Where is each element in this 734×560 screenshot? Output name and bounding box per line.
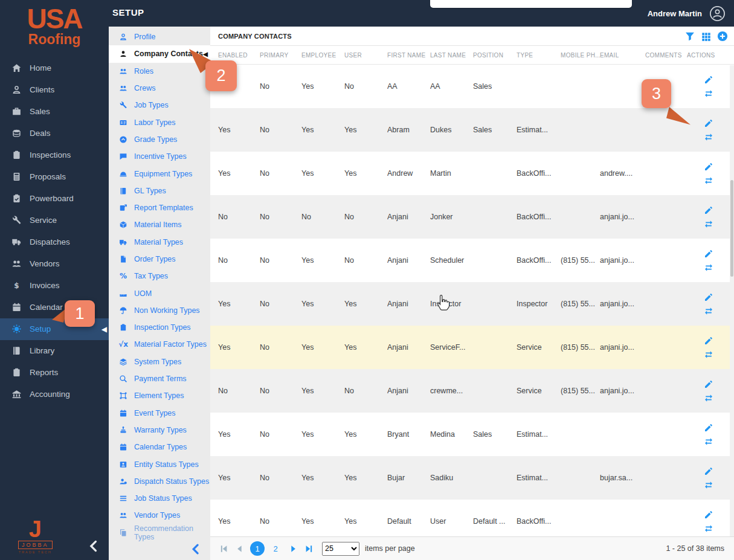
setup-menu-item-tax-types[interactable]: %Tax Types <box>109 268 210 285</box>
setup-menu-item-inspection-types[interactable]: Inspection Types <box>109 319 210 336</box>
setup-menu-item-job-status-types[interactable]: Job Status Types <box>109 490 210 507</box>
swap-contact-button[interactable] <box>704 350 713 359</box>
sidebar-item-library[interactable]: Library <box>0 340 109 362</box>
setup-menu-item-non-working-types[interactable]: Non Working Types <box>109 302 210 319</box>
sidebar-item-dispatches[interactable]: Dispatches <box>0 231 109 253</box>
page-button-2[interactable]: 2 <box>268 541 283 556</box>
setup-menu-item-job-types[interactable]: Job Types <box>109 97 210 114</box>
setup-menu-item-vendor-types[interactable]: Vendor Types <box>109 507 210 524</box>
sidebar-item-proposals[interactable]: Proposals <box>0 166 109 188</box>
setup-menu-item-entity-status-types[interactable]: Entity Status Types <box>109 455 210 472</box>
edit-contact-button[interactable] <box>704 379 713 389</box>
setup-menu-item-material-items[interactable]: Material Items <box>109 216 210 233</box>
setup-menu-item-system-types[interactable]: System Types <box>109 353 210 370</box>
edit-contact-button[interactable] <box>704 118 713 128</box>
sidebar-item-vendors[interactable]: Vendors <box>0 253 109 275</box>
table-row[interactable]: YesNoYesYesDefaultUserDefault ...BackOff… <box>210 500 734 536</box>
column-header-first-name[interactable]: FIRST NAME <box>387 52 430 59</box>
setup-menu-item-equipment-types[interactable]: Equipment Types <box>109 165 210 182</box>
column-header-user[interactable]: USER <box>344 52 387 59</box>
table-row[interactable]: NoNoNoNoAnjaniJonkerBackOffi...anjani.jo… <box>210 195 734 239</box>
edit-contact-button[interactable] <box>704 292 713 302</box>
add-contact-icon[interactable] <box>717 31 728 42</box>
swap-contact-button[interactable] <box>704 393 713 403</box>
edit-contact-button[interactable] <box>704 249 713 259</box>
scrollbar-thumb[interactable] <box>730 180 733 277</box>
setup-menu-item-dispatch-status-types[interactable]: Dispatch Status Types <box>109 473 210 490</box>
swap-contact-button[interactable] <box>704 132 713 142</box>
swap-contact-button[interactable] <box>704 219 713 229</box>
column-header-primary[interactable]: PRIMARY <box>260 52 301 59</box>
swap-contact-button[interactable] <box>704 480 713 490</box>
table-row[interactable]: YesNoYesYesAndrewMartinBackOffi...andrew… <box>210 152 734 195</box>
swap-contact-button[interactable] <box>704 89 713 98</box>
sidebar-item-service[interactable]: Service <box>0 210 109 231</box>
setup-menu-item-element-types[interactable]: Element Types <box>109 387 210 404</box>
setup-menu-item-calendar-types[interactable]: Calendar Types <box>109 439 210 455</box>
edit-contact-button[interactable] <box>704 423 713 433</box>
column-header-actions[interactable]: ACTIONS <box>687 52 730 59</box>
setup-menu-item-material-types[interactable]: Material Types <box>109 234 210 251</box>
table-row[interactable]: NoNoYesNoAnjaniSchedulerBackOffi...(815)… <box>210 239 734 282</box>
next-page-button[interactable] <box>288 544 298 554</box>
setup-menu-item-roles[interactable]: Roles <box>109 63 210 80</box>
column-header-enabled[interactable]: ENABLED <box>218 52 260 59</box>
setup-menu-item-incentive-types[interactable]: Incentive Types <box>109 148 210 165</box>
first-page-button[interactable] <box>219 544 229 554</box>
table-row[interactable]: YesNoYesYesAnjaniInspectorInspector(815)… <box>210 282 734 326</box>
swap-contact-button[interactable] <box>704 524 713 533</box>
table-scrollbar[interactable] <box>730 65 734 536</box>
sidebar-item-inspections[interactable]: Inspections <box>0 144 109 166</box>
column-header-email[interactable]: EMAIL <box>600 52 645 59</box>
sidebar-item-sales[interactable]: Sales <box>0 101 109 123</box>
setup-menu-item-profile[interactable]: Profile <box>109 28 210 45</box>
edit-contact-button[interactable] <box>704 510 713 520</box>
last-page-button[interactable] <box>304 544 314 554</box>
setup-menu-item-warranty-types[interactable]: Warranty Types <box>109 422 210 439</box>
edit-contact-button[interactable] <box>704 205 713 215</box>
edit-contact-button[interactable] <box>704 466 713 476</box>
sidebar-item-invoices[interactable]: $Invoices <box>0 275 109 297</box>
global-search-input[interactable] <box>430 0 632 8</box>
setup-menu-collapse-button[interactable] <box>190 543 202 555</box>
column-header-comments[interactable]: COMMENTS <box>645 52 687 59</box>
sidebar-item-accounting[interactable]: Accounting <box>0 384 109 405</box>
table-row[interactable]: YesNoYesYesBujarSadikuEstimat...bujar.sa… <box>210 456 734 500</box>
sidebar-item-reports[interactable]: Reports <box>0 362 109 384</box>
setup-menu-item-crews[interactable]: Crews <box>109 80 210 97</box>
setup-menu-item-grade-types[interactable]: Grade Types <box>109 131 210 148</box>
setup-menu-item-labor-types[interactable]: Labor Types <box>109 114 210 130</box>
column-header-last-name[interactable]: LAST NAME <box>430 52 473 59</box>
column-header-position[interactable]: POSITION <box>473 52 517 59</box>
column-header-mobile-ph[interactable]: MOBILE PH... <box>561 52 600 59</box>
swap-contact-button[interactable] <box>704 176 713 185</box>
setup-menu-item-recommendation-types[interactable]: Recommendation Types <box>109 524 210 541</box>
filter-icon[interactable] <box>684 31 695 42</box>
sidebar-item-clients[interactable]: Clients <box>0 79 109 101</box>
swap-contact-button[interactable] <box>704 263 713 272</box>
sidebar-item-home[interactable]: Home <box>0 57 109 79</box>
table-row[interactable]: YesNoYesYesBryantMedinaSalesEstimat... <box>210 413 734 456</box>
table-row[interactable]: NoNoYesNoAnjanicrewme...Service(815) 55.… <box>210 369 734 413</box>
setup-menu-item-event-types[interactable]: Event Types <box>109 405 210 422</box>
table-row[interactable]: YesNoYesYesAbramDukesSalesEstimat... <box>210 108 734 152</box>
edit-contact-button[interactable] <box>704 162 713 172</box>
edit-contact-button[interactable] <box>704 336 713 346</box>
setup-menu-item-gl-types[interactable]: GL Types <box>109 182 210 199</box>
setup-menu-item-uom[interactable]: UOM <box>109 285 210 301</box>
setup-menu-item-material-factor-types[interactable]: √xMaterial Factor Types <box>109 336 210 353</box>
swap-contact-button[interactable] <box>704 437 713 446</box>
column-header-type[interactable]: TYPE <box>517 52 561 59</box>
edit-contact-button[interactable] <box>704 75 713 85</box>
sidebar-collapse-button[interactable] <box>87 539 100 553</box>
page-size-select[interactable]: 25 <box>322 542 359 556</box>
setup-menu-item-payment-terms[interactable]: Payment Terms <box>109 370 210 387</box>
previous-page-button[interactable] <box>234 544 245 554</box>
sidebar-item-powerboard[interactable]: Powerboard <box>0 188 109 210</box>
table-row[interactable]: YesNoYesYesAnjaniServiceF...Service(815)… <box>210 326 734 369</box>
grid-columns-icon[interactable] <box>701 31 712 42</box>
account-circle-icon[interactable] <box>709 5 726 22</box>
setup-menu-item-order-types[interactable]: Order Types <box>109 251 210 268</box>
page-button-1[interactable]: 1 <box>250 541 265 556</box>
column-header-employee[interactable]: EMPLOYEE <box>301 52 344 59</box>
